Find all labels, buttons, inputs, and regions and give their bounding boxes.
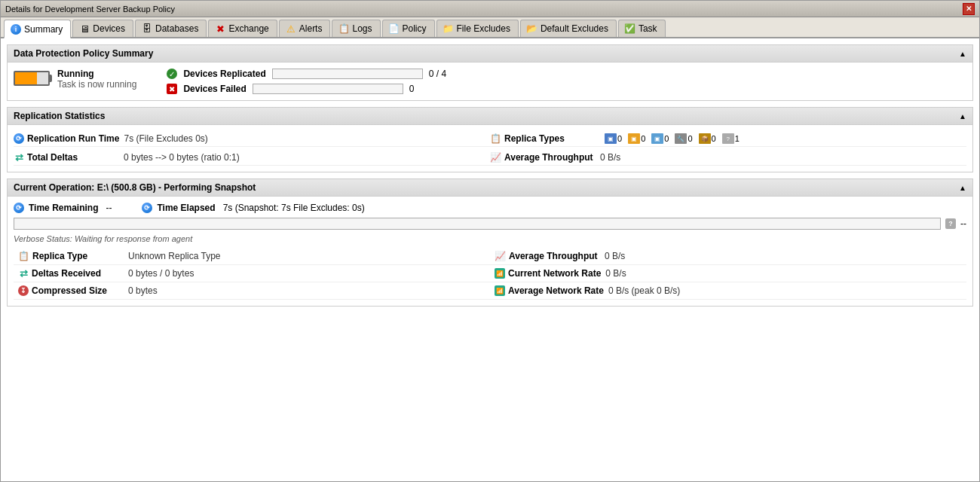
compressed-size-icon: ↧ [18,285,29,296]
time-remaining-item: ⟳ Time Remaining -- [14,203,112,213]
tab-default-excludes[interactable]: 📂 Default Excludes [520,20,617,37]
rt-icon-4: 📦 [699,133,711,144]
tab-databases[interactable]: 🗄 Databases [135,20,207,37]
rt-icon-5: ? [722,133,734,144]
current-network-label: Current Network Rate [508,268,601,279]
avg-throughput-row: 📈 Average Throughput 0 B/s [490,150,966,166]
tab-logs-label: Logs [352,23,372,34]
tab-task[interactable]: ✅ Task [618,20,666,37]
replica-type-label: Replica Type [32,251,87,261]
tab-summary[interactable]: i Summary [4,20,71,38]
tab-default-excludes-label: Default Excludes [541,23,608,34]
time-remaining-label: Time Remaining [29,203,98,213]
tab-alerts[interactable]: ⚠ Alerts [279,20,331,37]
rt-icon-1: ▣ [628,133,640,144]
deltas-received-label: Deltas Received [32,268,101,279]
avg-throughput-detail-label-container: 📈 Average Throughput [495,251,600,261]
rt-item-5: ? 1 [722,133,740,144]
section-current-operation: Current Operation: E:\ (500.8 GB) - Perf… [7,178,973,307]
section-data-protection: Data Protection Policy Summary ▲ Running [7,44,973,101]
avg-throughput-detail-label: Average Throughput [509,251,598,261]
devices-failed-icon: ✖ [167,84,177,94]
devices-replicated-row: ✓ Devices Replicated 0 / 4 [167,69,446,79]
exchange-icon: ✖ [215,23,225,34]
rt-item-4: 📦 0 [699,133,716,144]
devices-status-items: ✓ Devices Replicated 0 / 4 ✖ Devices Fai… [167,69,446,94]
devices-failed-progress [253,84,403,94]
time-elapsed-item: ⟳ Time Elapsed 7s (Snapshot: 7s File Exc… [142,203,364,213]
summary-grid: Running Task is now running ✓ Devices Re… [14,69,966,94]
tab-policy[interactable]: 📄 Policy [382,20,435,37]
content-area: Data Protection Policy Summary ▲ Running [1,38,979,481]
status-running-sub: Task is now running [57,79,136,90]
tab-devices[interactable]: 🖥 Devices [72,20,133,37]
avg-throughput-detail-icon: 📈 [495,251,506,261]
progress-question-label: -- [960,218,966,229]
avg-network-row: 📶 Average Network Rate 0 B/s (peak 0 B/s… [490,282,966,300]
close-button[interactable]: ✕ [963,3,975,15]
rt-count-2: 0 [664,134,669,143]
replica-type-label-container: 📋 Replica Type [18,251,124,261]
section-replication-title: Replication Statistics [14,111,105,121]
section-replication-collapse-icon[interactable]: ▲ [959,112,966,120]
time-grid: ⟳ Time Remaining -- ⟳ Time Elapsed 7s (S… [14,203,966,213]
replica-types-label-container: 📋 Replica Types [490,133,596,144]
operation-progress-bar [14,218,941,230]
deltas-received-label-container: ⇄ Deltas Received [18,268,124,279]
deltas-received-value: 0 bytes / 0 bytes [128,268,194,279]
run-time-value: 7s (File Excludes 0s) [124,133,207,144]
summary-icon: i [11,24,21,35]
run-time-icon: ⟳ [14,133,24,144]
replica-types-icon: 📋 [490,133,501,144]
rt-count-1: 0 [641,134,645,143]
tab-file-excludes-label: File Excludes [457,23,510,34]
compressed-size-row: ↧ Compressed Size 0 bytes [14,282,490,300]
run-time-label-container: ⟳ Replication Run Time [14,133,119,144]
policy-icon: 📄 [389,23,400,34]
total-deltas-value: 0 bytes --> 0 bytes (ratio 0:1) [124,152,240,163]
tab-exchange[interactable]: ✖ Exchange [208,20,277,37]
tab-alerts-label: Alerts [299,23,323,34]
devices-icon: 🖥 [79,23,90,34]
tab-exchange-label: Exchange [228,23,268,34]
avg-throughput-value: 0 B/s [600,152,620,163]
replica-types-label: Replica Types [504,133,565,144]
deltas-received-icon: ⇄ [18,268,29,279]
running-status: Running Task is now running [14,69,136,90]
section-replication-stats: Replication Statistics ▲ ⟳ Replication R… [7,107,973,172]
section-data-protection-body: Running Task is now running ✓ Devices Re… [8,63,972,100]
time-remaining-icon: ⟳ [14,203,24,213]
section-collapse-icon[interactable]: ▲ [959,50,966,58]
devices-replicated-label: Devices Replicated [183,69,265,79]
total-deltas-icon: ⇄ [14,152,24,163]
rt-count-5: 1 [735,134,740,143]
avg-throughput-icon: 📈 [490,152,501,163]
devices-failed-label: Devices Failed [183,84,246,94]
devices-failed-row: ✖ Devices Failed 0 [167,84,446,94]
section-data-protection-title: Data Protection Policy Summary [14,48,153,59]
run-time-label: Replication Run Time [27,133,119,144]
replica-type-row: 📋 Replica Type Unknown Replica Type [14,248,490,265]
devices-replicated-icon: ✓ [167,69,177,79]
section-replication-header: Replication Statistics ▲ [8,108,972,125]
devices-replicated-progress [272,69,423,79]
run-time-row: ⟳ Replication Run Time 7s (File Excludes… [14,131,490,147]
section-current-op-collapse-icon[interactable]: ▲ [959,184,966,192]
tab-file-excludes[interactable]: 📁 File Excludes [436,20,519,37]
logs-icon: 📋 [338,23,349,34]
status-running-label: Running [57,69,136,79]
tab-logs[interactable]: 📋 Logs [332,20,380,37]
replica-type-icons: ▣ 0 ▣ 0 ▣ 0 🔧 [600,133,740,144]
rt-item-2: ▣ 0 [651,133,669,144]
total-deltas-row: ⇄ Total Deltas 0 bytes --> 0 bytes (rati… [14,150,490,166]
rt-icon-3: 🔧 [675,133,687,144]
avg-network-label: Average Network Rate [508,285,604,296]
total-deltas-label: Total Deltas [27,152,78,163]
avg-network-value: 0 B/s (peak 0 B/s) [608,285,680,296]
tab-devices-label: Devices [93,23,125,34]
rt-item-1: ▣ 0 [628,133,645,144]
status-text-block: Running Task is now running [57,69,136,90]
title-bar: Details for Development Server Backup Po… [1,1,979,17]
devices-failed-value: 0 [409,84,415,94]
verbose-status: Verbose Status: Waiting for response fro… [14,234,966,243]
